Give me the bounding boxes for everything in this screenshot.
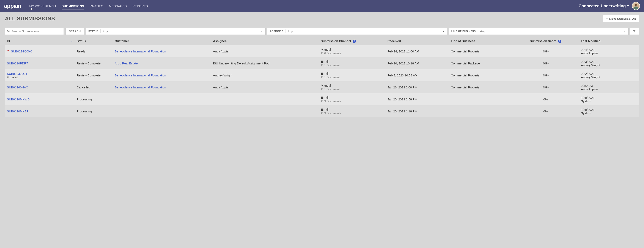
modified-cell: 1/20/2023System	[579, 105, 639, 117]
lob-cell: Commercial Property	[449, 45, 512, 57]
modified-cell: 2/24/2023Andy Appian	[579, 45, 639, 57]
col-id-label: ID	[7, 39, 10, 43]
documents-meta: 3 Documents	[321, 112, 383, 115]
flag-icon	[7, 50, 10, 53]
new-submission-label: NEW SUBMISSION	[609, 17, 636, 20]
modified-cell: 2/23/2023Audrey Wright	[579, 57, 639, 69]
svg-point-1	[8, 30, 9, 32]
submission-id-link[interactable]: SUB0210PDR7	[7, 62, 28, 65]
submission-id-link[interactable]: SUB0203JOJ4	[7, 72, 27, 75]
search-button[interactable]: SEARCH	[65, 28, 84, 35]
bell-icon	[7, 76, 9, 79]
status-cell: Cancelled	[75, 81, 113, 93]
status-cell: Ready	[75, 45, 113, 57]
col-score[interactable]: Submission Score ?	[512, 37, 579, 45]
col-received[interactable]: Received	[385, 37, 449, 45]
filter-status[interactable]: STATUS Any	[86, 28, 266, 35]
col-customer[interactable]: Customer	[113, 37, 211, 45]
caret-down-icon	[261, 31, 263, 32]
filter-lob[interactable]: LINE OF BUSINESS Any	[449, 28, 628, 35]
assignee-cell: ISU Underwriting Default Assignment Pool	[211, 57, 319, 69]
table-row: SUB01260HACCancelledBenevolence Internat…	[5, 81, 639, 93]
filter-bar: SEARCH STATUS Any ASSIGNEE Any LINE OF B…	[0, 25, 644, 37]
col-channel-label: Submission Channel	[321, 39, 351, 43]
lob-cell: Commercial Property	[449, 81, 512, 93]
channel-value: Email	[321, 72, 383, 75]
submissions-table: ID↓ Status Customer Assignee Submission …	[5, 37, 639, 117]
received-cell: Jan 26, 2023 2:00 PM	[385, 81, 449, 93]
col-id[interactable]: ID↓	[5, 37, 75, 45]
received-cell: Jan 20, 2023 1:18 PM	[385, 105, 449, 117]
nav-parties[interactable]: PARTIES	[90, 0, 103, 12]
filter-assignee-label: ASSIGNEE	[270, 30, 283, 33]
search-input[interactable]	[10, 28, 62, 35]
page-header: ALL SUBMISSIONS + NEW SUBMISSION	[0, 12, 644, 25]
table-row: SUB0203JOJ41 AlertReview CompleteBenevol…	[5, 69, 639, 81]
submission-id-link[interactable]: SUB01260HAC	[7, 86, 28, 89]
lob-cell	[449, 105, 512, 117]
score-cell: 40%	[512, 57, 579, 69]
channel-value: Manual	[321, 84, 383, 87]
filter-assignee-value: Any	[288, 30, 293, 33]
divider	[100, 29, 101, 33]
alert-badge: 1 Alert	[7, 76, 73, 79]
customer-link[interactable]: Benevolence International Foundation	[115, 50, 166, 53]
paperclip-icon	[321, 112, 324, 115]
new-submission-button[interactable]: + NEW SUBMISSION	[603, 15, 639, 22]
col-status[interactable]: Status	[75, 37, 113, 45]
avatar[interactable]	[632, 2, 640, 10]
search-icon	[7, 30, 10, 33]
nav-messages[interactable]: MESSAGES	[109, 0, 127, 12]
col-channel[interactable]: Submission Channel ?	[319, 37, 385, 45]
customer-link[interactable]: Argo Real Estate	[115, 62, 138, 65]
col-assignee[interactable]: Assignee	[211, 37, 319, 45]
received-cell: Feb 10, 2023 10:18 AM	[385, 57, 449, 69]
help-icon[interactable]: ?	[558, 40, 561, 43]
modified-cell: 1/20/2023System	[579, 93, 639, 105]
documents-meta: 3 Documents	[321, 100, 383, 103]
topbar: appian MY WORKBENCH SUBMISSIONS PARTIES …	[0, 0, 644, 12]
lob-cell: Commercial Package	[449, 57, 512, 69]
caret-down-icon	[624, 31, 626, 32]
help-icon[interactable]: ?	[353, 40, 356, 43]
status-cell: Processing	[75, 93, 113, 105]
app-title-dropdown[interactable]: Connected Underwriting	[579, 4, 629, 8]
received-cell: Feb 3, 2023 10:58 AM	[385, 69, 449, 81]
customer-link[interactable]: Benevolence International Foundation	[115, 74, 166, 77]
score-cell: 49%	[512, 45, 579, 57]
submission-id-link[interactable]: SUB0120MKEP	[7, 110, 29, 113]
modified-cell: 2/22/2023Audrey Wright	[579, 69, 639, 81]
status-cell: Review Complete	[75, 57, 113, 69]
channel-value: Email	[321, 108, 383, 111]
filter-more-button[interactable]	[630, 28, 639, 35]
score-cell: 49%	[512, 69, 579, 81]
search-wrap	[5, 28, 64, 35]
app-title-text: Connected Underwriting	[579, 4, 626, 8]
filter-assignee[interactable]: ASSIGNEE Any	[267, 28, 447, 35]
caret-down-icon	[627, 5, 629, 7]
plus-icon: +	[606, 17, 608, 20]
logo: appian	[4, 3, 21, 9]
score-cell: 0%	[512, 93, 579, 105]
nav-reports[interactable]: REPORTS	[132, 0, 148, 12]
svg-line-2	[9, 31, 10, 32]
filter-lob-value: Any	[480, 30, 485, 33]
divider	[478, 29, 478, 33]
nav-my-workbench[interactable]: MY WORKBENCH	[29, 0, 56, 12]
col-lob[interactable]: Line of Business	[449, 37, 512, 45]
channel-value: Email	[321, 60, 383, 63]
table-row: SUB0120MKEPProcessingEmail3 DocumentsJan…	[5, 105, 639, 117]
score-cell: 49%	[512, 81, 579, 93]
paperclip-icon	[321, 100, 324, 103]
col-score-label: Submission Score	[530, 39, 556, 43]
col-modified[interactable]: Last Modified	[579, 37, 639, 45]
divider	[285, 29, 286, 33]
submission-id-link[interactable]: SUB0224Q00X	[11, 50, 32, 53]
assignee-cell	[211, 105, 319, 117]
nav-submissions[interactable]: SUBMISSIONS	[62, 0, 84, 12]
customer-link[interactable]: Benevolence International Foundation	[115, 86, 166, 89]
caret-down-icon	[442, 31, 444, 32]
lob-cell	[449, 93, 512, 105]
submissions-table-wrap: ID↓ Status Customer Assignee Submission …	[0, 37, 644, 117]
submission-id-link[interactable]: SUB0120MKWD	[7, 98, 30, 101]
